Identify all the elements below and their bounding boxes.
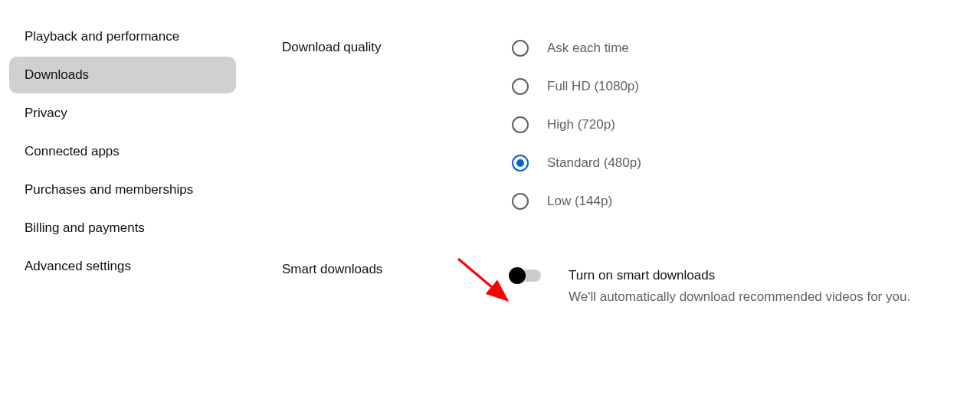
settings-main: Download quality Ask each time Full HD (… (245, 18, 980, 335)
smart-downloads-text: Turn on smart downloads We'll automatica… (569, 268, 980, 305)
sidebar-item-billing[interactable]: Billing and payments (9, 210, 236, 247)
radio-icon (512, 116, 529, 133)
smart-downloads-toggle[interactable] (512, 269, 541, 282)
smart-downloads-toggle-row: Turn on smart downloads We'll automatica… (512, 268, 980, 305)
toggle-description: We'll automatically download recommended… (569, 289, 980, 305)
radio-option-720p[interactable]: High (720p) (512, 116, 980, 133)
radio-icon (512, 78, 529, 95)
sidebar-item-purchases[interactable]: Purchases and memberships (9, 171, 236, 208)
radio-icon-selected (512, 155, 529, 171)
radio-option-ask[interactable]: Ask each time (512, 40, 980, 57)
toggle-title: Turn on smart downloads (569, 268, 980, 283)
settings-sidebar: Playback and performance Downloads Priva… (0, 18, 245, 335)
radio-icon (512, 193, 529, 210)
radio-option-1080p[interactable]: Full HD (1080p) (512, 78, 980, 95)
sidebar-item-privacy[interactable]: Privacy (9, 95, 236, 132)
radio-option-480p[interactable]: Standard (480p) (512, 155, 980, 171)
radio-label: Standard (480p) (547, 155, 641, 171)
sidebar-item-playback[interactable]: Playback and performance (9, 18, 236, 55)
radio-label: Full HD (1080p) (547, 79, 639, 94)
radio-icon (512, 40, 529, 57)
radio-label: High (720p) (547, 117, 615, 132)
sidebar-item-downloads[interactable]: Downloads (9, 57, 236, 93)
download-quality-section: Download quality Ask each time Full HD (… (282, 40, 980, 231)
smart-downloads-label: Smart downloads (282, 262, 512, 305)
download-quality-options: Ask each time Full HD (1080p) High (720p… (512, 40, 980, 231)
radio-label: Low (144p) (547, 194, 612, 209)
download-quality-label: Download quality (282, 40, 512, 231)
radio-label: Ask each time (547, 41, 629, 56)
sidebar-item-advanced[interactable]: Advanced settings (9, 248, 236, 285)
radio-option-144p[interactable]: Low (144p) (512, 193, 980, 210)
sidebar-item-connected-apps[interactable]: Connected apps (9, 133, 236, 170)
smart-downloads-section: Smart downloads Turn on smart downloads … (282, 262, 980, 305)
